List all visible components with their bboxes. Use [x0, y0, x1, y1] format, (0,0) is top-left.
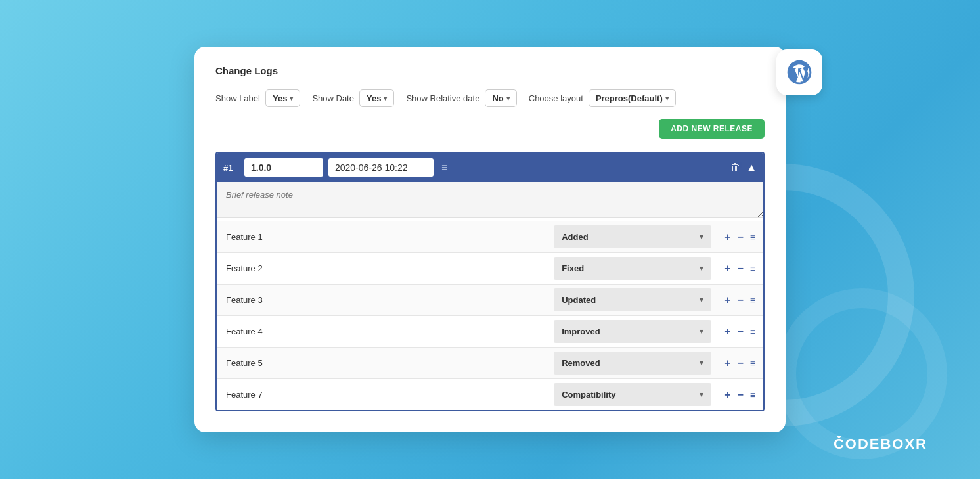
release-block: #1 ≡ 🗑 ▲ Added ▾ + − ≡ Fixed ▾ +: [215, 152, 765, 411]
feature-row: Fixed ▾ + − ≡: [217, 252, 763, 284]
release-note-textarea[interactable]: [217, 182, 763, 218]
chevron-down-icon: ▾: [700, 233, 703, 241]
drag-handle-icon: ≡: [750, 295, 755, 306]
release-version-input[interactable]: [244, 158, 323, 177]
remove-feature-icon[interactable]: −: [737, 389, 743, 401]
wordpress-icon: [776, 49, 822, 95]
feature-name-input[interactable]: [217, 287, 548, 313]
feature-label-value: Updated: [562, 295, 596, 305]
add-feature-icon[interactable]: +: [724, 231, 730, 243]
brand-logo: ČODEBOXR: [834, 436, 927, 453]
add-feature-icon[interactable]: +: [724, 326, 730, 338]
remove-feature-icon[interactable]: −: [737, 231, 743, 243]
show-label-group: Show Label Yes ▾: [215, 89, 300, 107]
choose-layout-group: Choose layout Prepros(Default) ▾: [529, 89, 676, 107]
feature-row: Added ▾ + − ≡: [217, 221, 763, 252]
feature-row: Updated ▾ + − ≡: [217, 284, 763, 315]
add-feature-icon[interactable]: +: [724, 263, 730, 275]
feature-name-input[interactable]: [217, 350, 548, 376]
panel-title: Change Logs: [215, 65, 765, 76]
feature-label-value: Removed: [562, 358, 600, 368]
choose-layout-select[interactable]: Prepros(Default) ▾: [589, 89, 676, 107]
release-header: #1 ≡ 🗑 ▲: [217, 153, 763, 182]
feature-name-input[interactable]: [217, 256, 548, 281]
drag-handle-icon: ≡: [750, 390, 755, 400]
controls-row: Show Label Yes ▾ Show Date Yes ▾ Show Re…: [215, 89, 765, 139]
feature-name-input[interactable]: [217, 319, 548, 344]
chevron-down-icon: ▾: [700, 359, 703, 367]
feature-label-value: Fixed: [562, 263, 584, 273]
feature-name-input[interactable]: [217, 224, 548, 250]
delete-release-icon[interactable]: 🗑: [730, 162, 741, 173]
chevron-down-icon: ▾: [700, 264, 703, 273]
chevron-down-icon: ▾: [700, 390, 703, 399]
feature-actions: + − ≡: [717, 357, 763, 369]
feature-label-value: Added: [562, 232, 588, 242]
show-relative-date-group: Show Relative date No ▾: [406, 89, 516, 107]
add-new-release-button[interactable]: ADD NEW RELEASE: [659, 119, 765, 139]
add-feature-icon[interactable]: +: [724, 357, 730, 369]
show-date-label: Show Date: [312, 93, 354, 103]
chevron-down-icon: ▾: [290, 95, 293, 102]
collapse-release-icon[interactable]: ▲: [746, 162, 757, 173]
drag-handle-icon: ≡: [750, 327, 755, 337]
feature-actions: + − ≡: [717, 294, 763, 306]
feature-row: Improved ▾ + − ≡: [217, 315, 763, 347]
drag-handle-icon: ≡: [750, 232, 755, 242]
feature-actions: + − ≡: [717, 231, 763, 243]
feature-actions: + − ≡: [717, 326, 763, 338]
remove-feature-icon[interactable]: −: [737, 263, 743, 275]
show-date-select[interactable]: Yes ▾: [359, 89, 394, 107]
feature-rows-container: Added ▾ + − ≡ Fixed ▾ + − ≡ Updated ▾ + …: [217, 221, 763, 410]
show-label-select[interactable]: Yes ▾: [265, 89, 300, 107]
release-number: #1: [223, 163, 239, 173]
chevron-down-icon: ▾: [506, 95, 510, 102]
feature-row: Compatibility ▾ + − ≡: [217, 378, 763, 410]
show-relative-date-select[interactable]: No ▾: [485, 89, 516, 107]
feature-label-select[interactable]: Added ▾: [554, 225, 711, 248]
drag-handle-icon: ≡: [441, 162, 447, 173]
add-feature-icon[interactable]: +: [724, 294, 730, 306]
feature-label-value: Compatibility: [562, 390, 615, 399]
drag-handle-icon: ≡: [750, 358, 755, 369]
remove-feature-icon[interactable]: −: [737, 294, 743, 306]
main-panel: Change Logs Show Label Yes ▾ Show Date Y…: [194, 47, 786, 432]
show-relative-date-label: Show Relative date: [406, 93, 479, 103]
remove-feature-icon[interactable]: −: [737, 326, 743, 338]
feature-label-select[interactable]: Compatibility ▾: [554, 383, 711, 406]
chevron-down-icon: ▾: [384, 95, 387, 102]
chevron-down-icon: ▾: [665, 95, 669, 102]
remove-feature-icon[interactable]: −: [737, 357, 743, 369]
feature-label-select[interactable]: Updated ▾: [554, 288, 711, 311]
show-label-label: Show Label: [215, 93, 260, 103]
show-date-group: Show Date Yes ▾: [312, 89, 394, 107]
feature-actions: + − ≡: [717, 263, 763, 275]
release-date-input[interactable]: [328, 158, 434, 177]
feature-actions: + − ≡: [717, 389, 763, 401]
feature-label-select[interactable]: Improved ▾: [554, 320, 711, 343]
chevron-down-icon: ▾: [700, 327, 703, 336]
add-feature-icon[interactable]: +: [724, 389, 730, 401]
chevron-down-icon: ▾: [700, 296, 703, 304]
choose-layout-label: Choose layout: [529, 93, 583, 103]
drag-handle-icon: ≡: [750, 263, 755, 274]
feature-label-select[interactable]: Removed ▾: [554, 352, 711, 375]
feature-row: Removed ▾ + − ≡: [217, 347, 763, 378]
feature-name-input[interactable]: [217, 382, 548, 407]
feature-label-select[interactable]: Fixed ▾: [554, 257, 711, 280]
feature-label-value: Improved: [562, 327, 600, 336]
